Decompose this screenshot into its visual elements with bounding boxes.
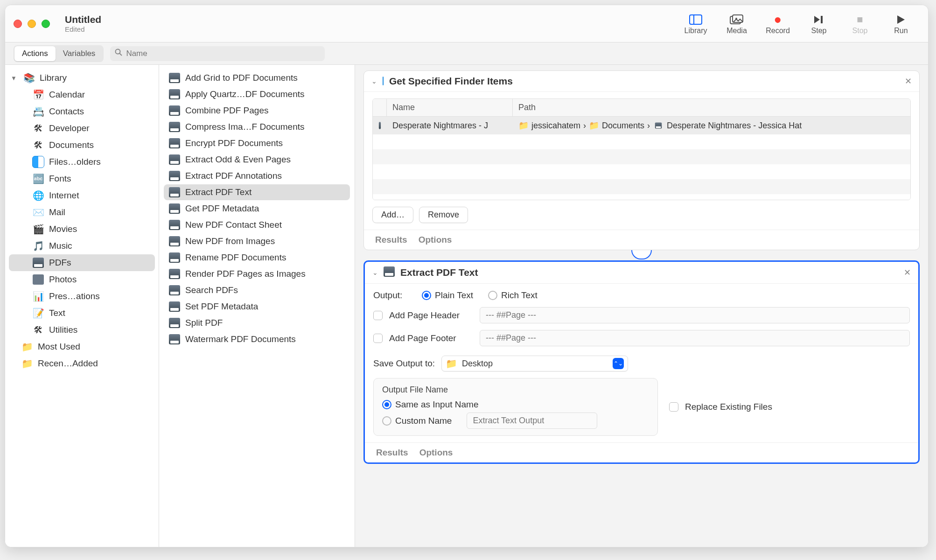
action-item-label: Extract Odd & Even Pages <box>185 154 291 165</box>
card-title: Extract PDF Text <box>400 267 478 278</box>
library-item-utilities[interactable]: 🛠Utilities <box>9 322 155 338</box>
close-icon[interactable]: ✕ <box>905 76 912 86</box>
svg-rect-5 <box>821 16 823 23</box>
library-item-photos[interactable]: Photos <box>9 271 155 288</box>
tab-actions[interactable]: Actions <box>14 46 56 61</box>
radio-custom-name[interactable]: Custom Name <box>382 416 452 426</box>
options-tab[interactable]: Options <box>419 448 453 458</box>
page-header-input <box>480 307 910 323</box>
minimize-window-button[interactable] <box>28 20 36 28</box>
library-item-contacts[interactable]: 📇Contacts <box>9 103 155 120</box>
toolbar-media-button[interactable]: Media <box>718 9 755 39</box>
smart-folder-icon: 📁 <box>21 341 33 353</box>
toolbar-library-button[interactable]: Library <box>677 9 714 39</box>
library-item-mail[interactable]: ✉️Mail <box>9 204 155 221</box>
action-item[interactable]: Extract PDF Text <box>164 184 350 200</box>
action-item[interactable]: Render PDF Pages as Images <box>164 266 350 282</box>
library-item-text[interactable]: 📝Text <box>9 305 155 322</box>
chevron-down-icon[interactable]: ⌄ <box>371 77 377 85</box>
action-item[interactable]: Apply Quartz…DF Documents <box>164 86 350 102</box>
library-item-fonts[interactable]: 🔤Fonts <box>9 170 155 187</box>
action-item-label: Combine PDF Pages <box>185 105 268 116</box>
output-filename-group: Output File Name Same as Input Name Cust… <box>373 378 658 436</box>
action-item[interactable]: Combine PDF Pages <box>164 103 350 119</box>
close-window-button[interactable] <box>14 20 22 28</box>
toolbar-run-button[interactable]: Run <box>882 9 920 39</box>
replace-existing-label: Replace Existing Files <box>685 402 772 412</box>
remove-button[interactable]: Remove <box>419 207 468 223</box>
library-toolbar: Actions Variables <box>5 42 928 65</box>
column-path[interactable]: Path <box>513 99 910 116</box>
radio-rich-text[interactable]: Rich Text <box>488 290 538 301</box>
action-item[interactable]: New PDF Contact Sheet <box>164 217 350 233</box>
svg-rect-0 <box>690 15 702 24</box>
action-item[interactable]: Search PDFs <box>164 282 350 298</box>
action-item[interactable]: Set PDF Metadata <box>164 299 350 315</box>
library-smart-most-used[interactable]: 📁Most Used <box>9 338 155 355</box>
library-item-calendar[interactable]: 📅Calendar <box>9 86 155 103</box>
action-item[interactable]: Rename PDF Documents <box>164 250 350 266</box>
checkbox-page-header[interactable] <box>373 311 383 320</box>
smart-folder-icon: 📁 <box>21 357 33 370</box>
library-item-developer[interactable]: 🛠Developer <box>9 120 155 137</box>
library-item-presentations[interactable]: 📊Pres…ations <box>9 288 155 305</box>
action-item[interactable]: New PDF from Images <box>164 233 350 249</box>
action-item[interactable]: Split PDF <box>164 315 350 331</box>
chevron-down-icon[interactable]: ▼ <box>11 75 18 82</box>
svg-line-7 <box>120 54 122 56</box>
radio-plain-text[interactable]: Plain Text <box>422 290 473 301</box>
toolbar-record-button[interactable]: ● Record <box>759 9 796 39</box>
radio-same-as-input[interactable]: Same as Input Name <box>382 399 478 410</box>
library-root[interactable]: ▼ 📚 Library <box>9 70 155 86</box>
search-input[interactable] <box>126 49 320 58</box>
pdf-action-icon <box>168 105 181 117</box>
toolbar-step-button[interactable]: Step <box>800 9 838 39</box>
action-item[interactable]: Get PDF Metadata <box>164 201 350 217</box>
finder-icon <box>383 77 384 85</box>
library-item-internet[interactable]: 🌐Internet <box>9 187 155 204</box>
library-item-files[interactable]: Files…olders <box>9 154 155 170</box>
library-item-documents[interactable]: 🛠Documents <box>9 137 155 154</box>
action-item[interactable]: Extract PDF Annotations <box>164 168 350 184</box>
action-item-label: Apply Quartz…DF Documents <box>185 89 305 99</box>
save-output-select[interactable]: 📁 Desktop ⌃⌄ <box>441 356 628 371</box>
table-row[interactable]: Desperate Nightmares - J 📁jessicahatem ›… <box>373 117 910 134</box>
action-item-label: Split PDF <box>185 318 223 328</box>
action-item-label: Watermark PDF Documents <box>185 334 296 344</box>
library-item-pdfs[interactable]: PDFs <box>9 254 155 271</box>
action-item[interactable]: Encrypt PDF Documents <box>164 135 350 151</box>
folder-icon: 📁 <box>518 120 529 131</box>
music-icon: 🎵 <box>32 240 44 252</box>
action-item[interactable]: Extract Odd & Even Pages <box>164 152 350 168</box>
checkbox-page-footer[interactable] <box>373 334 383 343</box>
pdf-category-icon <box>32 257 44 269</box>
action-card-extract-pdf-text: ⌄ Extract PDF Text ✕ Output: Plain Text … <box>363 260 920 464</box>
library-item-music[interactable]: 🎵Music <box>9 238 155 254</box>
library-smart-recent[interactable]: 📁Recen…Added <box>9 355 155 372</box>
action-list: Add Grid to PDF DocumentsApply Quartz…DF… <box>159 65 355 547</box>
library-item-movies[interactable]: 🎬Movies <box>9 221 155 238</box>
zoom-window-button[interactable] <box>42 20 50 28</box>
results-tab[interactable]: Results <box>376 448 408 458</box>
tab-variables[interactable]: Variables <box>56 46 103 61</box>
workflow-area[interactable]: ⌄ Get Specified Finder Items ✕ Name Path <box>355 65 928 547</box>
contacts-icon: 📇 <box>32 105 44 118</box>
action-item-label: Add Grid to PDF Documents <box>185 73 298 83</box>
action-item[interactable]: Add Grid to PDF Documents <box>164 70 350 86</box>
pdf-action-icon <box>168 252 181 264</box>
action-item[interactable]: Compress Ima…F Documents <box>164 119 350 135</box>
search-field[interactable] <box>110 46 325 61</box>
action-item[interactable]: Watermark PDF Documents <box>164 331 350 347</box>
results-tab[interactable]: Results <box>375 235 407 245</box>
chevron-down-icon[interactable]: ⌄ <box>372 269 378 276</box>
options-tab[interactable]: Options <box>419 235 452 245</box>
globe-icon: 🌐 <box>32 189 44 202</box>
column-name[interactable]: Name <box>387 99 513 116</box>
checkbox-replace-existing[interactable] <box>669 402 678 412</box>
folder-icon: 📁 <box>589 120 599 131</box>
workflow-connector <box>363 250 920 260</box>
add-button[interactable]: Add… <box>372 207 413 223</box>
pdf-action-icon <box>168 186 181 198</box>
close-icon[interactable]: ✕ <box>904 267 911 278</box>
page-header-label: Add Page Header <box>389 310 473 321</box>
